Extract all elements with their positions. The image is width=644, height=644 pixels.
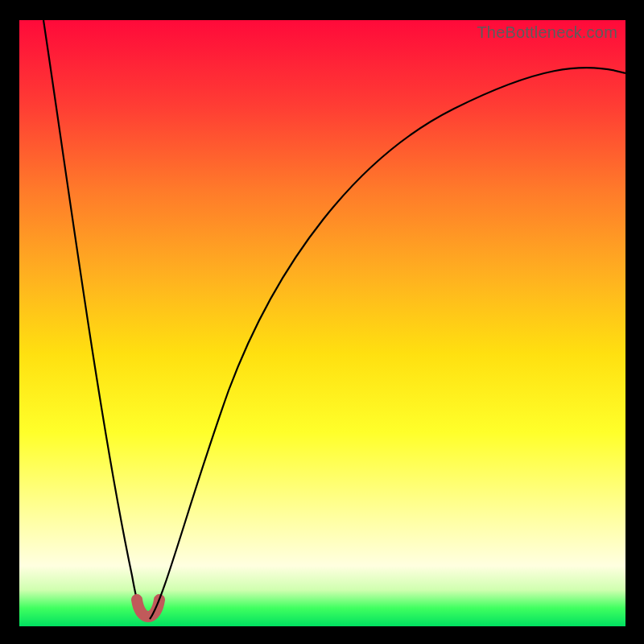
chart-frame: TheBottleneck.com	[19, 20, 625, 626]
bottleneck-curve	[19, 20, 625, 626]
watermark-text: TheBottleneck.com	[477, 23, 617, 42]
u-bottom-marker	[137, 600, 159, 617]
